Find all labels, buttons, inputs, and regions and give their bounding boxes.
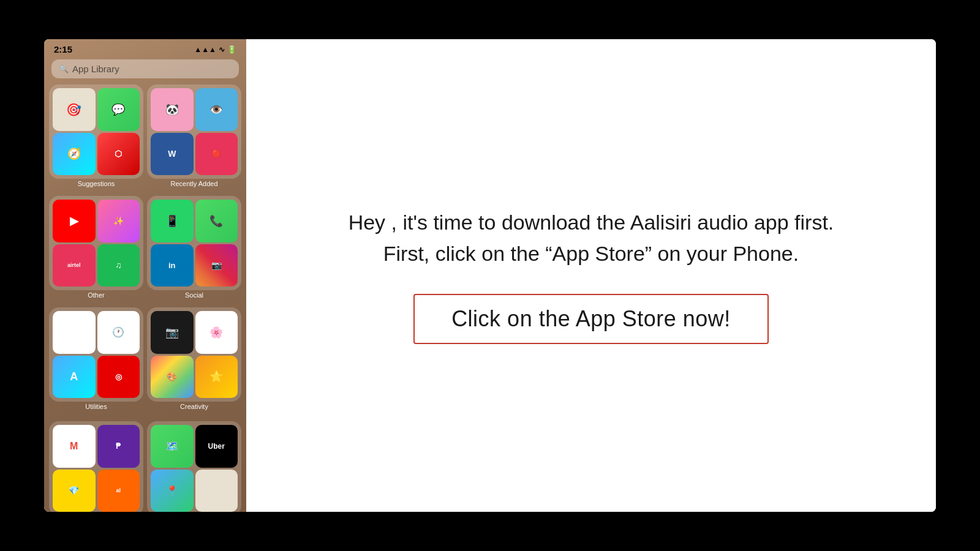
app-icon-linkedin: in [151, 244, 194, 287]
wifi-icon: ∿ [219, 45, 225, 54]
app-icon-camera: 📷 [151, 311, 194, 354]
phone-panel: 2:15 ▲▲▲ ∿ 🔋 🔍 App Library 🎯 💬 🧭 [44, 39, 246, 512]
app-icon-maps: 🗺️ [151, 425, 194, 468]
app-icon-pinwheel: 🎨 [151, 356, 194, 399]
app-icon-photos: 🌸 [195, 311, 238, 354]
app-icon-redhex: ⬡ [97, 133, 140, 176]
status-time: 2:15 [54, 44, 72, 54]
creativity-grid: 📷 🌸 🎨 ⭐ [147, 307, 241, 402]
app-icon-messages: 💬 [97, 88, 140, 131]
folder-recently-added[interactable]: 🐼 👁️ W 🔴 Recently Added [147, 84, 241, 190]
app-icon-target: 🎯 [53, 88, 96, 131]
folder-other[interactable]: ▶ ✨ airtel ♫ Other [49, 196, 143, 301]
app-icon-vodafone: ◎ [97, 356, 140, 399]
app-icon-owl: 👁️ [195, 88, 238, 131]
battery-icon: 🔋 [227, 45, 236, 54]
folder-utilities[interactable]: G 🕐 A ◎ Utilities [49, 307, 143, 413]
section-other-social: ▶ ✨ airtel ♫ Other 📱 📞 in 📷 Socia [44, 196, 246, 304]
instruction-line1: Hey , it's time to download the Aalisiri… [349, 211, 834, 234]
app-icon-star: ⭐ [195, 356, 238, 399]
app-icon-appstore: A [53, 356, 96, 399]
app-icon-clock: 🕐 [97, 311, 140, 354]
instruction-text: Hey , it's time to download the Aalisiri… [349, 207, 834, 269]
creativity-label: Creativity [147, 403, 241, 410]
search-label: App Library [72, 64, 119, 74]
folder-bottom-left[interactable]: M ₱ 💎 al [49, 421, 143, 512]
app-icon-small: 🔴 [195, 133, 238, 176]
app-icon-al: al [97, 470, 140, 512]
bottom-right-grid: 🗺️ Uber 📍 [147, 421, 241, 512]
bottom-row-section: M ₱ 💎 al 🗺️ Uber 📍 [44, 419, 246, 512]
folder-social[interactable]: 📱 📞 in 📷 Social [147, 196, 241, 301]
app-icon-panda: 🐼 [151, 88, 194, 131]
folder-creativity[interactable]: 📷 🌸 🎨 ⭐ Creativity [147, 307, 241, 413]
app-icon-spotify: ♫ [97, 244, 140, 287]
bottom-left-grid: M ₱ 💎 al [49, 421, 143, 512]
utilities-grid: G 🕐 A ◎ [49, 307, 143, 402]
instruction-line2: First, click on the “App Store” on your … [383, 242, 799, 265]
app-icon-blank [195, 470, 238, 512]
app-icon-phone: 📞 [195, 200, 238, 242]
utilities-label: Utilities [49, 403, 143, 410]
app-icon-instagram: 📷 [195, 244, 238, 287]
app-icon-whatsapp: 📱 [151, 200, 194, 242]
app-icon-google: G [53, 311, 96, 354]
app-icon-maps2: 📍 [151, 470, 194, 512]
app-store-cta-button[interactable]: Click on the App Store now! [413, 294, 769, 344]
folder-suggestions[interactable]: 🎯 💬 🧭 ⬡ Suggestions [49, 84, 143, 190]
other-grid: ▶ ✨ airtel ♫ [49, 196, 143, 290]
other-label: Other [49, 291, 143, 299]
suggestions-label: Suggestions [49, 180, 143, 187]
search-bar[interactable]: 🔍 App Library [51, 59, 239, 78]
section-suggestions-recently: 🎯 💬 🧭 ⬡ Suggestions 🐼 👁️ W 🔴 R [44, 84, 246, 192]
main-frame: 2:15 ▲▲▲ ∿ 🔋 🔍 App Library 🎯 💬 🧭 [44, 39, 936, 512]
folder-bottom-right[interactable]: 🗺️ Uber 📍 [147, 421, 241, 512]
app-icon-sticker: ✨ [97, 200, 140, 242]
app-icon-uber: Uber [195, 425, 238, 468]
app-icon-safari: 🧭 [53, 133, 96, 176]
recently-added-label: Recently Added [147, 180, 241, 187]
app-icon-youtube: ▶ [53, 200, 96, 242]
app-icon-word: W [151, 133, 194, 176]
app-icon-airtel: airtel [53, 244, 96, 287]
recently-added-grid: 🐼 👁️ W 🔴 [147, 84, 241, 179]
content-panel: Hey , it's time to download the Aalisiri… [246, 39, 936, 512]
status-icons: ▲▲▲ ∿ 🔋 [194, 45, 236, 54]
app-icon-phonepe: ₱ [97, 425, 140, 468]
section-utilities-creativity: G 🕐 A ◎ Utilities 📷 🌸 🎨 ⭐ Creati [44, 307, 246, 415]
suggestions-grid: 🎯 💬 🧭 ⬡ [49, 84, 143, 179]
social-grid: 📱 📞 in 📷 [147, 196, 241, 290]
app-icon-gmail: M [53, 425, 96, 468]
social-label: Social [147, 291, 241, 299]
signal-icon: ▲▲▲ [194, 45, 216, 54]
search-icon: 🔍 [59, 64, 69, 73]
status-bar: 2:15 ▲▲▲ ∿ 🔋 [44, 39, 246, 57]
app-icon-yellow: 💎 [53, 470, 96, 512]
